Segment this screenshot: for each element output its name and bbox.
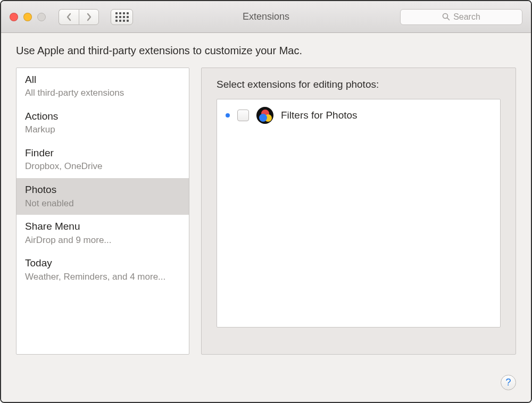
sidebar-item-title: All bbox=[25, 73, 180, 86]
sidebar-item-photos[interactable]: Photos Not enabled bbox=[16, 178, 189, 215]
sidebar-item-title: Actions bbox=[25, 110, 180, 123]
sidebar-item-title: Today bbox=[25, 257, 180, 270]
help-icon: ? bbox=[505, 377, 511, 388]
panels: All All third-party extensions Actions M… bbox=[16, 68, 516, 355]
sidebar-item-sub: Dropbox, OneDrive bbox=[25, 161, 180, 172]
sidebar-item-sub: Not enabled bbox=[25, 198, 180, 209]
category-list: All All third-party extensions Actions M… bbox=[16, 68, 189, 355]
help-button[interactable]: ? bbox=[501, 375, 516, 390]
sidebar-item-title: Share Menu bbox=[25, 220, 180, 233]
minimize-window-button[interactable] bbox=[23, 13, 32, 21]
search-icon bbox=[442, 13, 450, 21]
extension-row: Filters for Photos bbox=[226, 107, 492, 124]
sidebar-item-sub: Weather, Reminders, and 4 more... bbox=[25, 271, 180, 283]
show-all-prefs-button[interactable] bbox=[111, 9, 133, 25]
enable-extension-checkbox[interactable] bbox=[237, 110, 249, 121]
chevron-left-icon bbox=[66, 13, 72, 21]
indicator-dot-icon bbox=[226, 113, 230, 117]
svg-line-1 bbox=[447, 18, 450, 20]
sidebar-item-share-menu[interactable]: Share Menu AirDrop and 9 more... bbox=[16, 215, 189, 251]
page-body: Use Apple and third-party extensions to … bbox=[1, 33, 531, 402]
close-window-button[interactable] bbox=[10, 13, 18, 21]
sidebar-item-title: Photos bbox=[25, 183, 180, 196]
extension-name: Filters for Photos bbox=[281, 110, 358, 121]
extensions-list: Filters for Photos bbox=[217, 99, 501, 328]
window-toolbar: Extensions Search bbox=[1, 1, 531, 33]
nav-buttons bbox=[59, 9, 99, 25]
chevron-right-icon bbox=[86, 13, 92, 21]
grid-icon bbox=[115, 12, 129, 22]
sidebar-item-sub: AirDrop and 9 more... bbox=[25, 234, 180, 246]
forward-button[interactable] bbox=[79, 9, 99, 25]
sidebar-item-sub: All third-party extensions bbox=[25, 87, 180, 99]
sidebar-item-today[interactable]: Today Weather, Reminders, and 4 more... bbox=[16, 251, 189, 288]
search-field[interactable]: Search bbox=[400, 9, 522, 25]
page-intro: Use Apple and third-party extensions to … bbox=[16, 45, 516, 57]
sidebar-item-all[interactable]: All All third-party extensions bbox=[16, 68, 189, 105]
zoom-window-button[interactable] bbox=[37, 13, 46, 21]
back-button[interactable] bbox=[59, 9, 79, 25]
sidebar-item-title: Finder bbox=[25, 147, 180, 159]
traffic-lights bbox=[10, 13, 46, 21]
search-placeholder: Search bbox=[453, 12, 480, 22]
detail-heading: Select extensions for editing photos: bbox=[217, 79, 501, 90]
app-icon bbox=[256, 107, 273, 124]
sidebar-item-actions[interactable]: Actions Markup bbox=[16, 105, 189, 141]
detail-panel: Select extensions for editing photos: Fi… bbox=[201, 68, 516, 355]
sidebar-item-sub: Markup bbox=[25, 124, 180, 136]
sidebar-item-finder[interactable]: Finder Dropbox, OneDrive bbox=[16, 141, 189, 178]
